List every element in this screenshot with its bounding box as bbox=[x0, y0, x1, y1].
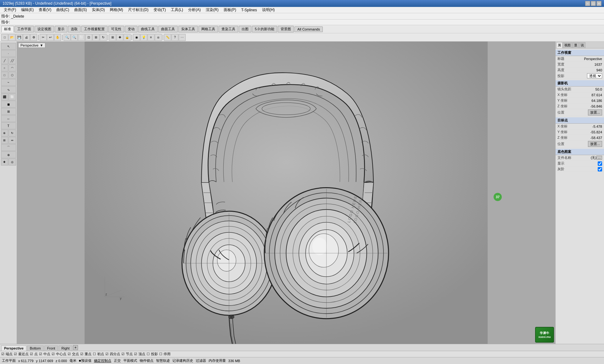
toolbar-tab-11[interactable]: 网格工具 bbox=[199, 26, 218, 32]
print-icon[interactable]: 🖨 bbox=[23, 34, 30, 41]
zoom-all-icon[interactable]: ⬜ bbox=[78, 34, 85, 41]
bb-filter[interactable]: 过滤器 bbox=[196, 358, 206, 363]
group-icon[interactable]: ⧈ bbox=[155, 34, 162, 41]
rp-bg-browse-button[interactable]: … bbox=[596, 156, 602, 160]
circle-tool[interactable]: ○ bbox=[1, 64, 8, 71]
zoom-win-icon[interactable]: ⊞ bbox=[92, 34, 99, 41]
measure-icon[interactable]: 📏 bbox=[164, 34, 171, 41]
menu-item-t[interactable]: 变动(T) bbox=[151, 7, 168, 13]
select-tool[interactable]: ↖ bbox=[1, 43, 16, 50]
close-button[interactable]: × bbox=[596, 1, 601, 6]
menu-item-p[interactable]: 面板(P) bbox=[221, 7, 239, 13]
surface-tool[interactable]: ⬛ bbox=[1, 93, 8, 100]
snap-tool[interactable]: ✚ bbox=[1, 159, 8, 165]
toolbar-tab-14[interactable]: 5.0 的新功能 bbox=[252, 26, 277, 32]
viewport[interactable]: Perspective ▼ bbox=[17, 42, 555, 344]
vp-tab-add-button[interactable]: + bbox=[73, 345, 78, 350]
mirror-tool[interactable]: ⇔ bbox=[8, 137, 16, 144]
rp-tpos-button[interactable]: 放置... bbox=[588, 141, 602, 147]
bb-flat[interactable]: 平面模式 bbox=[123, 358, 137, 363]
render-icon[interactable]: 💡 bbox=[140, 34, 147, 41]
move-tool[interactable]: ⊕ bbox=[1, 130, 8, 137]
patch-tool[interactable]: ⬜ bbox=[8, 93, 16, 100]
color-icon[interactable]: ◉ bbox=[133, 34, 140, 41]
toolbar-tab-1[interactable]: 工作平面 bbox=[14, 26, 34, 32]
rp-proj-select[interactable]: 透视 平行 bbox=[587, 73, 602, 78]
menu-item-l[interactable]: 工具(L) bbox=[168, 7, 186, 13]
menu-item-v[interactable]: 查看(V) bbox=[36, 7, 54, 13]
vp-tab-bottom[interactable]: Bottom bbox=[27, 345, 44, 351]
menu-item-m[interactable]: 网格(M) bbox=[107, 7, 126, 13]
rp-tab-display[interactable]: 显 bbox=[573, 42, 579, 48]
toolbar-tab-8[interactable]: 曲线工具 bbox=[138, 26, 158, 32]
layer-icon[interactable]: ≡ bbox=[148, 34, 154, 41]
rp-tab-props[interactable]: 属 bbox=[556, 42, 562, 48]
toolbar-tab-12[interactable]: 查染工具 bbox=[219, 26, 238, 32]
rp-cpos-button[interactable]: 放置... bbox=[588, 109, 602, 115]
freeform-tool[interactable]: ∿ bbox=[1, 86, 16, 93]
menu-item-tsplines[interactable]: T-Splines bbox=[239, 7, 260, 13]
scale-tool[interactable]: ⊞ bbox=[1, 137, 8, 144]
new-icon[interactable]: □ bbox=[1, 34, 8, 41]
menu-item-c[interactable]: 曲线(C) bbox=[54, 7, 72, 13]
menu-item-o[interactable]: 实体(O) bbox=[89, 7, 107, 13]
bb-history[interactable]: 记录建构历史 bbox=[172, 358, 193, 363]
curve-tool[interactable]: ~ bbox=[1, 79, 16, 86]
zoom-in-icon[interactable]: 🔍 bbox=[64, 34, 70, 41]
menu-item-d[interactable]: 尺寸标注(D) bbox=[126, 7, 151, 13]
toolbar-tab-9[interactable]: 曲面工具 bbox=[158, 26, 178, 32]
dim-tool[interactable]: ↔ bbox=[1, 115, 16, 122]
zoom-out-icon[interactable]: 🔍 bbox=[71, 34, 78, 41]
restore-button[interactable]: □ bbox=[591, 1, 596, 6]
mesh-tool[interactable]: ⊞ bbox=[1, 108, 16, 115]
menu-item-f[interactable]: 文件(F) bbox=[1, 7, 19, 13]
toolbar-tab-0[interactable]: 标准 bbox=[1, 26, 14, 32]
rp-tab-view[interactable]: 视图 bbox=[563, 42, 572, 48]
bb-smart[interactable]: 智慧轨迹 bbox=[156, 358, 170, 363]
polyline-tool[interactable]: ╱╱ bbox=[8, 57, 16, 64]
toolbar-tab-4[interactable]: 选取 bbox=[68, 26, 81, 32]
rp-tab-help[interactable]: 说 bbox=[579, 42, 585, 48]
bb-snap-ctrl[interactable]: 确定控制点 bbox=[94, 358, 111, 363]
menu-item-s[interactable]: 曲面(S) bbox=[72, 7, 89, 13]
rect-tool[interactable]: □ bbox=[1, 72, 8, 79]
boolean-tool[interactable]: ⊕ bbox=[1, 151, 16, 158]
save-icon[interactable]: 💾 bbox=[16, 34, 23, 41]
viewport-dropdown-icon[interactable]: ▼ bbox=[40, 43, 43, 47]
osnap-tool[interactable]: ◎ bbox=[8, 159, 16, 165]
open-icon[interactable]: 📂 bbox=[8, 34, 15, 41]
extra-icon[interactable]: ⋯ bbox=[179, 34, 186, 41]
rotate-icon[interactable]: ↻ bbox=[100, 34, 107, 41]
pan-icon[interactable]: ✋ bbox=[54, 34, 61, 41]
fillet-tool[interactable]: ⌒ bbox=[1, 144, 16, 151]
point-tool[interactable]: · bbox=[1, 50, 16, 57]
toolbar-tab-10[interactable]: 实体工具 bbox=[178, 26, 198, 32]
polygon-tool[interactable]: ⬡ bbox=[8, 72, 16, 79]
vp-tab-front[interactable]: Front bbox=[44, 345, 58, 351]
rp-bg-show-checkbox[interactable] bbox=[598, 161, 602, 166]
help-icon[interactable]: ? bbox=[171, 34, 178, 41]
line-tool[interactable]: ╱ bbox=[1, 57, 8, 64]
zoom-sel-icon[interactable]: ⊡ bbox=[85, 34, 92, 41]
menu-item-h[interactable]: 说明(H) bbox=[260, 7, 277, 13]
vp-tab-perspective[interactable]: Perspective bbox=[1, 345, 26, 351]
bb-osnap[interactable]: 物件锁点 bbox=[140, 358, 154, 363]
vp-tab-right[interactable]: Right bbox=[59, 345, 72, 351]
menu-item-a[interactable]: 分析(A) bbox=[186, 7, 203, 13]
solid-tool[interactable]: ◼ bbox=[1, 101, 16, 108]
toolbar-tab-15[interactable]: 背景图 bbox=[278, 26, 294, 32]
menu-item-r[interactable]: 渲染(R) bbox=[203, 7, 221, 13]
minimize-button[interactable]: − bbox=[585, 1, 590, 6]
toolbar-tab-6[interactable]: 可见性 bbox=[108, 26, 124, 32]
bb-ortho[interactable]: 正交 bbox=[114, 358, 121, 363]
lock-icon[interactable]: 🔒 bbox=[124, 34, 131, 41]
rotate3d-tool[interactable]: ↻ bbox=[8, 130, 16, 137]
toolbar-tab-2[interactable]: 设定视图 bbox=[35, 26, 54, 32]
snap-icon[interactable]: ✚ bbox=[116, 34, 123, 41]
arc-tool[interactable]: ◠ bbox=[8, 64, 16, 71]
toolbar-tab-16[interactable]: All Commands bbox=[294, 26, 323, 32]
rp-bg-gray-checkbox[interactable] bbox=[598, 167, 602, 171]
grid-icon[interactable]: ⊞ bbox=[109, 34, 116, 41]
viewport-label[interactable]: Perspective ▼ bbox=[18, 43, 45, 48]
toolbar-tab-13[interactable]: 出图 bbox=[239, 26, 251, 32]
